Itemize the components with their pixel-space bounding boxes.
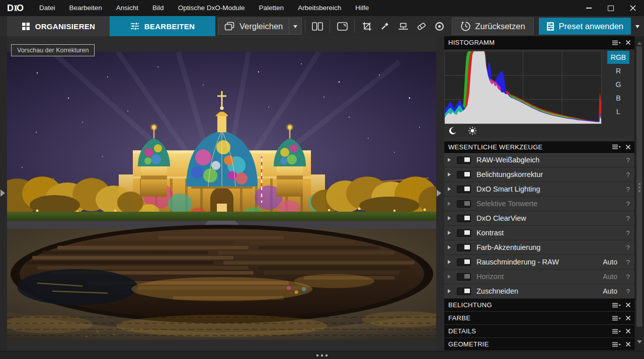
scrollbar-thumb[interactable] xyxy=(636,46,642,327)
dxo-logo: D)(O xyxy=(7,3,27,14)
panel-menu-icon[interactable] xyxy=(612,329,621,334)
side-by-side-view-button[interactable] xyxy=(310,19,325,34)
tool-row-kontrast[interactable]: Kontrast ? xyxy=(444,226,634,240)
palette-header-geometrie[interactable]: GEOMETRIE xyxy=(444,338,634,351)
expand-caret-icon[interactable] xyxy=(448,202,453,206)
menu-arbeitsbereich[interactable]: Arbeitsbereich xyxy=(291,0,348,16)
shadow-clipping-moon-icon[interactable] xyxy=(449,127,457,135)
channel-b-button[interactable]: B xyxy=(607,92,629,105)
tool-help[interactable]: ? xyxy=(625,273,630,281)
filmstrip-collapse-handle[interactable] xyxy=(0,351,644,359)
tool-help[interactable]: ? xyxy=(625,200,630,208)
fullscreen-preview-button[interactable] xyxy=(335,19,350,34)
photo-canvas-berlin-cathedral[interactable] xyxy=(7,52,437,340)
panel-close-icon[interactable] xyxy=(626,329,630,333)
tool-toggle[interactable] xyxy=(457,215,471,222)
expand-caret-icon[interactable] xyxy=(448,289,453,293)
panel-menu-icon[interactable] xyxy=(612,342,621,347)
menu-datei[interactable]: Datei xyxy=(32,0,62,16)
expand-caret-icon[interactable] xyxy=(448,158,453,162)
maximize-button[interactable] xyxy=(600,0,622,16)
dust-removal-tool-button[interactable] xyxy=(432,19,447,34)
menu-paletten[interactable]: Paletten xyxy=(252,0,291,16)
tool-toggle[interactable] xyxy=(457,229,471,237)
tool-row-belichtungskorrektur[interactable]: Belichtungskorrektur ? xyxy=(444,167,634,182)
apply-preset-label: Preset anwenden xyxy=(559,22,623,31)
panel-menu-icon[interactable] xyxy=(612,303,621,308)
tool-auto-label: Auto xyxy=(603,287,617,295)
compare-main[interactable]: Vergleichen xyxy=(218,18,289,34)
reset-button[interactable]: Zurücksetzen xyxy=(452,18,534,35)
tool-help[interactable]: ? xyxy=(625,186,630,193)
tool-row-raw-weissabgleich[interactable]: RAW-Weißabgleich ? xyxy=(444,153,634,167)
highlight-clipping-sun-icon[interactable] xyxy=(468,126,477,135)
scroll-up-arrow-icon[interactable] xyxy=(637,39,642,45)
tool-help[interactable]: ? xyxy=(625,288,630,295)
eyedropper-tool-button[interactable] xyxy=(377,19,392,34)
expand-caret-icon[interactable] xyxy=(448,187,453,191)
panel-close-icon[interactable] xyxy=(626,303,630,307)
tool-help[interactable]: ? xyxy=(625,229,630,237)
tool-toggle[interactable] xyxy=(457,171,471,178)
expand-caret-icon[interactable] xyxy=(448,260,453,264)
palette-header-details[interactable]: DETAILS xyxy=(444,325,634,338)
eraser-tool-button[interactable] xyxy=(414,19,429,34)
tool-row-selektive-tonwerte[interactable]: Selektive Tonwerte ? xyxy=(444,197,634,211)
menu-optische-dxo-module[interactable]: Optische DxO-Module xyxy=(171,0,252,16)
panel-menu-icon[interactable] xyxy=(612,40,621,45)
panel-close-icon[interactable] xyxy=(626,145,630,149)
tool-help[interactable]: ? xyxy=(625,171,630,178)
tool-help[interactable]: ? xyxy=(625,156,630,164)
menu-bild[interactable]: Bild xyxy=(145,0,171,16)
tool-help[interactable]: ? xyxy=(625,258,630,266)
expand-caret-icon[interactable] xyxy=(448,245,453,249)
palette-header-belichtung[interactable]: BELICHTUNG xyxy=(444,299,634,312)
horizon-tool-button[interactable] xyxy=(395,19,411,34)
menu-ansicht[interactable]: Ansicht xyxy=(109,0,145,16)
tool-help[interactable]: ? xyxy=(625,215,630,222)
expand-caret-icon[interactable] xyxy=(448,172,453,176)
tool-row-zuschneiden[interactable]: Zuschneiden Auto ? xyxy=(444,284,634,299)
panel-close-icon[interactable] xyxy=(626,40,630,45)
tool-row-farb-akzentuierung[interactable]: Farb-Akzentuierung ? xyxy=(444,240,634,255)
preset-dropdown-button[interactable] xyxy=(632,18,643,34)
tool-row-dxo-smart-lighting[interactable]: DxO Smart Lighting ? xyxy=(444,182,634,197)
tool-toggle[interactable] xyxy=(457,244,471,251)
close-button[interactable] xyxy=(622,0,644,16)
crop-tool-button[interactable] xyxy=(359,19,374,34)
tool-toggle[interactable] xyxy=(457,200,471,208)
compare-button[interactable]: Vergleichen xyxy=(218,18,302,35)
collapse-right-panel-arrow[interactable] xyxy=(437,190,445,197)
tab-edit[interactable]: BEARBEITEN xyxy=(110,16,215,36)
tool-row-rauschminderung-raw[interactable]: Rauschminderung - RAW Auto ? xyxy=(444,255,634,270)
expand-caret-icon[interactable] xyxy=(448,231,453,235)
tool-toggle[interactable] xyxy=(457,258,471,266)
tab-organize[interactable]: ORGANISIEREN xyxy=(7,16,110,36)
tool-toggle[interactable] xyxy=(457,156,471,164)
channel-rgb-button[interactable]: RGB xyxy=(607,51,629,64)
minimize-button[interactable] xyxy=(578,0,600,16)
panel-menu-icon[interactable] xyxy=(612,316,621,321)
expand-caret-icon[interactable] xyxy=(448,275,453,279)
compare-dropdown[interactable] xyxy=(289,18,301,34)
right-panel-strip xyxy=(436,36,444,351)
palette-header-farbe[interactable]: FARBE xyxy=(444,312,634,325)
apply-preset-button[interactable]: Preset anwenden xyxy=(539,18,631,35)
channel-l-button[interactable]: L xyxy=(607,105,629,118)
expand-caret-icon[interactable] xyxy=(448,216,453,220)
channel-r-button[interactable]: R xyxy=(607,64,629,77)
tool-toggle[interactable] xyxy=(457,288,471,295)
tool-row-horizont[interactable]: Horizont Auto ? xyxy=(444,270,634,284)
tool-help[interactable]: ? xyxy=(625,244,630,251)
panel-close-icon[interactable] xyxy=(626,342,630,346)
panel-menu-icon[interactable] xyxy=(612,144,621,149)
tool-row-dxo-clearview[interactable]: DxO ClearView ? xyxy=(444,211,634,226)
scroll-down-arrow-icon[interactable] xyxy=(637,340,642,346)
panel-scrollbar[interactable] xyxy=(634,36,644,351)
tool-toggle[interactable] xyxy=(457,273,471,281)
channel-g-button[interactable]: G xyxy=(607,78,629,91)
menu-bearbeiten[interactable]: Bearbeiten xyxy=(62,0,109,16)
panel-close-icon[interactable] xyxy=(626,316,630,320)
tool-toggle[interactable] xyxy=(457,186,471,193)
menu-hilfe[interactable]: Hilfe xyxy=(348,0,376,16)
